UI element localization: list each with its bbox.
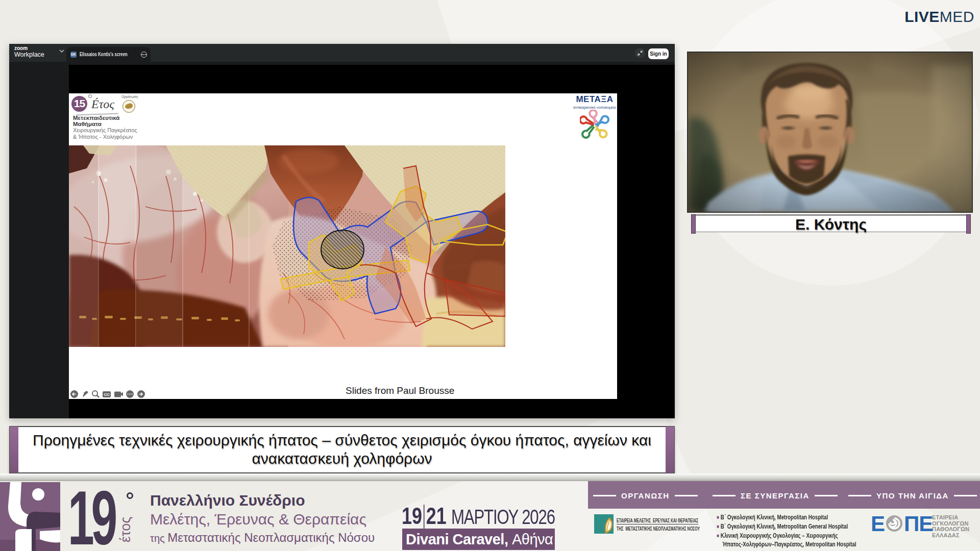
svg-text:CC: CC	[104, 392, 110, 397]
